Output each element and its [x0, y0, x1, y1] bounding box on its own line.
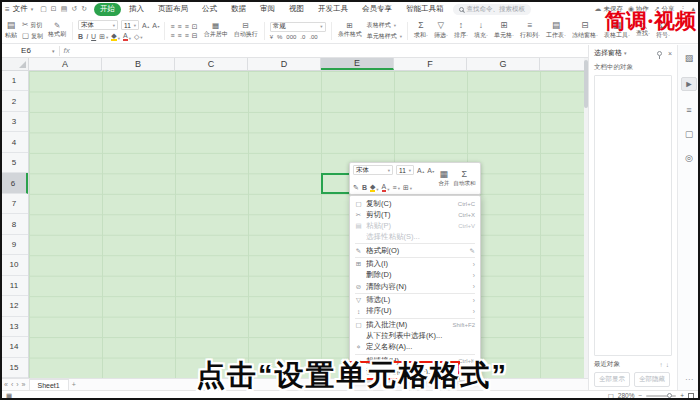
menu-item-clear[interactable]: ⊘清除内容(N)›	[350, 281, 480, 292]
chevron-down-icon[interactable]: ▾	[52, 48, 55, 54]
menu-item-filter[interactable]: ▽筛选(L)›	[350, 295, 480, 306]
mini-bold-button[interactable]: B	[362, 184, 367, 191]
column-header-G[interactable]: G	[467, 58, 540, 70]
conditional-format-button[interactable]: ⊞ 条件格式	[337, 22, 363, 40]
menu-item-8[interactable]: 删除(D)›	[350, 270, 480, 281]
mini-decrease-font-button[interactable]: A▾	[427, 167, 434, 174]
move-down-icon[interactable]: ↓	[666, 361, 672, 368]
cells-area[interactable]	[29, 71, 584, 378]
help-rail-icon[interactable]: ◎	[685, 153, 693, 163]
tab-插入[interactable]: 插入	[123, 3, 150, 16]
formula-input[interactable]	[70, 44, 588, 57]
row-header-6[interactable]: 6	[0, 173, 28, 193]
last-sheet-icon[interactable]: »	[22, 381, 26, 388]
decrease-font-button[interactable]: A▾	[152, 22, 159, 29]
tab-视图[interactable]: 视图	[283, 3, 310, 16]
tab-开始[interactable]: 开始	[94, 3, 121, 16]
freeze-button[interactable]: ⊟冻结窗格·	[571, 21, 599, 40]
orientation-icon[interactable]: ⊡	[192, 23, 198, 30]
menu-item-scissors[interactable]: ✂剪切(T)Ctrl+X	[350, 209, 480, 220]
mini-borders-button[interactable]: ⊞▾	[403, 184, 412, 191]
redo-icon[interactable]: ↻	[81, 5, 87, 13]
column-header-E[interactable]: E	[321, 58, 394, 70]
mini-fill-color-button[interactable]: ◆▾	[370, 183, 379, 192]
fill-color-button[interactable]: ◆▾	[111, 32, 120, 41]
menu-item-sort[interactable]: ↕排序(U)›	[350, 306, 480, 317]
select-all-corner[interactable]	[0, 58, 29, 70]
zoom-in-button[interactable]: +	[680, 392, 684, 399]
tab-数据[interactable]: 数据	[225, 3, 252, 16]
filter-button[interactable]: ▽筛选·	[433, 21, 449, 40]
row-header-13[interactable]: 13	[0, 317, 28, 337]
borders-button[interactable]: ⊞▾	[99, 33, 108, 40]
row-header-12[interactable]: 12	[0, 296, 28, 316]
mini-increase-font-button[interactable]: A▴	[417, 167, 424, 174]
hamburger-menu-icon[interactable]: ≡	[5, 5, 10, 14]
pin-icon[interactable]	[657, 51, 662, 56]
export-icon[interactable]: ▤	[61, 5, 68, 13]
more-rail-icon[interactable]: ⋯	[685, 375, 693, 384]
font-size-select[interactable]: 11▾	[121, 20, 139, 30]
italic-button[interactable]: I	[86, 33, 88, 40]
underline-button[interactable]: U	[91, 33, 96, 40]
menu-item-paste[interactable]: ▤粘贴(P)Ctrl+V	[350, 220, 480, 231]
cells-button[interactable]: ⊞单元格·	[493, 21, 515, 40]
percent-button[interactable]: %	[277, 34, 282, 40]
menu-item-3[interactable]: 选择性粘贴(S)...	[350, 232, 480, 243]
row-header-1[interactable]: 1	[0, 71, 28, 91]
thousands-button[interactable]: 000	[286, 34, 296, 40]
style-rail-icon[interactable]: ▨	[685, 53, 694, 63]
name-box[interactable]: E6	[0, 46, 52, 55]
row-header-10[interactable]: 10	[0, 255, 28, 275]
first-sheet-icon[interactable]: «	[4, 381, 8, 388]
fullscreen-icon[interactable]	[688, 393, 694, 399]
select-rail-icon[interactable]: ►	[681, 77, 698, 91]
macro-record-icon[interactable]: ▦	[6, 392, 12, 400]
number-format-select[interactable]: 常规▾	[270, 22, 326, 32]
row-header-9[interactable]: 9	[0, 235, 28, 255]
view-mode-icon[interactable]: ▢	[608, 392, 614, 400]
currency-button[interactable]: ¥	[270, 34, 273, 40]
hide-all-button[interactable]: 全部隐藏	[634, 372, 670, 387]
show-all-button[interactable]: 全部显示	[594, 372, 630, 387]
tab-智能工具箱[interactable]: 智能工具箱	[400, 3, 450, 16]
column-header-D[interactable]: D	[248, 58, 321, 70]
decrease-decimal-button[interactable]: .00	[309, 34, 317, 40]
zoom-slider[interactable]	[646, 395, 676, 397]
bold-button[interactable]: B	[78, 33, 83, 40]
zoom-level[interactable]: 280%	[618, 392, 635, 399]
copy-button[interactable]: ▢复制	[22, 32, 43, 41]
fill-button[interactable]: ↓填充·	[473, 21, 489, 40]
mini-font-size-select[interactable]: 11▾	[396, 165, 414, 175]
column-header-C[interactable]: C	[175, 58, 248, 70]
save-icon[interactable]: ▢	[40, 5, 47, 13]
next-sheet-icon[interactable]: ›	[16, 381, 18, 388]
align-top-icon[interactable]: ≡	[170, 23, 174, 30]
zoom-slider-knob[interactable]	[667, 393, 672, 398]
mini-format-painter-icon[interactable]: ✎	[353, 184, 359, 191]
increase-font-button[interactable]: A▴	[142, 22, 149, 29]
menu-item-insert-cells[interactable]: ⊞插入(I)›	[350, 259, 480, 270]
zoom-out-button[interactable]: −	[638, 392, 642, 399]
command-search-input[interactable]: 查找命令、搜索模板	[453, 4, 532, 15]
wrap-text-button[interactable]: ⊟ 自动换行	[233, 22, 259, 40]
chevron-down-icon[interactable]: ▾	[624, 50, 627, 56]
font-color-button[interactable]: A▾	[123, 32, 131, 41]
column-header-A[interactable]: A	[29, 58, 102, 70]
tab-会员专享[interactable]: 会员专享	[356, 3, 398, 16]
align-bottom-icon[interactable]: ≡	[185, 23, 189, 30]
row-header-5[interactable]: 5	[0, 153, 28, 173]
table-style-button[interactable]: 表格样式▾	[367, 21, 402, 30]
indent-icon[interactable]: ⊟	[192, 32, 198, 39]
mini-autosum-button[interactable]: Σ 自动求和	[453, 165, 475, 192]
list-rail-icon[interactable]: ≡	[686, 105, 691, 115]
mini-font-name-select[interactable]: 宋体▾	[353, 165, 393, 175]
column-header-partial[interactable]	[540, 58, 584, 70]
undo-icon[interactable]: ↺	[71, 5, 77, 13]
row-header-15[interactable]: 15	[0, 358, 28, 378]
menu-item-comment[interactable]: ▢插入批注(M)Shift+F2	[350, 319, 480, 330]
chevron-down-icon[interactable]: ▾	[31, 6, 34, 12]
row-header-11[interactable]: 11	[0, 276, 28, 296]
row-header-4[interactable]: 4	[0, 132, 28, 152]
row-header-7[interactable]: 7	[0, 194, 28, 214]
